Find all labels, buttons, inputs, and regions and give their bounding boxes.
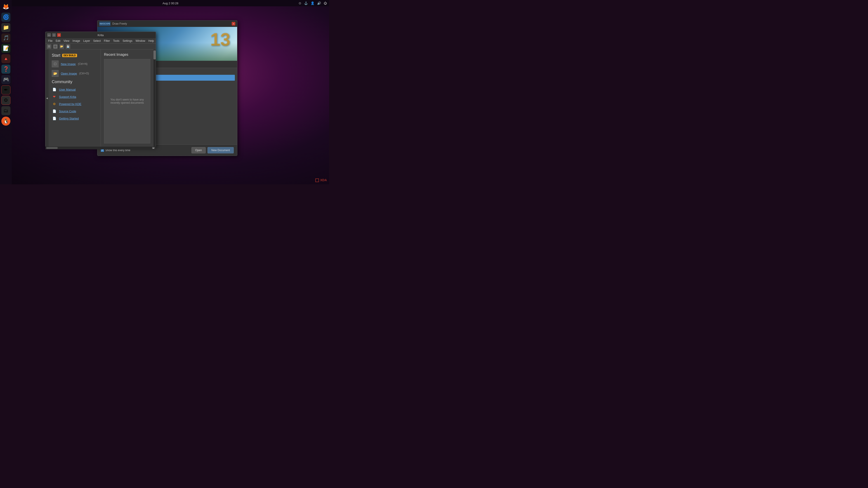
users-icon[interactable]: 👤 [311, 1, 314, 5]
taskbar-steam[interactable]: 🎮 [1, 75, 10, 84]
new-image-label[interactable]: New Image [61, 62, 76, 66]
menu-layer[interactable]: Layer [82, 39, 91, 43]
powered-kde-label[interactable]: Powered by KDE [59, 102, 81, 106]
krita-h-scrollbar-thumb[interactable] [46, 147, 58, 149]
recent-empty-message: You don't seem to have any recently open… [110, 98, 144, 104]
datetime-display: Aug 2 00:28 [162, 2, 178, 5]
taskbar-files2[interactable]: 🗂 [1, 106, 10, 115]
inkscape-open-btn[interactable]: Open [191, 147, 206, 153]
recent-images-title: Recent Images [104, 53, 150, 57]
getting-started-icon: 📄 [52, 116, 57, 121]
getting-started-link[interactable]: 📄 Getting Started [52, 116, 97, 121]
anchor-icon[interactable]: ⚓ [304, 1, 308, 5]
heart-icon: ❤ [52, 94, 57, 99]
krita-start-section: Start DEV BUILD □ New Image (Ctrl+N) 📂 O… [52, 53, 97, 77]
taskbar-inkscape[interactable]: ✒ [1, 86, 10, 94]
powered-by-kde-link[interactable]: ⚙ Powered by KDE [52, 101, 97, 106]
source-code-link[interactable]: 📄 Source Code [52, 109, 97, 113]
inkscape-buttons: Open New Document [191, 147, 234, 153]
taskbar-ubuntu[interactable]: 🐧 [1, 117, 10, 126]
support-krita-link[interactable]: ❤ Support Krita [52, 94, 97, 99]
krita-scrollbar[interactable] [153, 50, 156, 147]
taskbar-left: 🦊 🌀 📁 🎵 📝 🔺 ❓ 🎮 ✒ ⚙ 🗂 🐧 [0, 0, 12, 184]
inkscape-new-doc-btn[interactable]: New Document [208, 147, 234, 153]
open-image-shortcut: (Ctrl+O) [79, 72, 89, 75]
inkscape-titlebar: INKSCAPE Draw Freely ✕ [97, 21, 237, 27]
krita-window: — □ ✕ Krita File Edit View Image Layer S… [45, 32, 156, 147]
top-bar: Aug 2 00:28 ⊙ ⚓ 👤 🔊 ⏻ [12, 0, 329, 6]
inkscape-logo: INKSCAPE [99, 22, 111, 26]
recent-images-area: You don't seem to have any recently open… [104, 59, 150, 143]
volume-icon[interactable]: 🔊 [317, 1, 321, 5]
krita-recent-panel: Recent Images You don't seem to have any… [101, 50, 153, 147]
top-bar-icons: ⊙ ⚓ 👤 🔊 ⏻ [299, 1, 327, 5]
krita-start-panel: Start DEV BUILD □ New Image (Ctrl+N) 📂 O… [49, 50, 101, 147]
taskbar-firefox-dev[interactable]: 🌀 [1, 13, 10, 22]
inkscape-subtitle: Draw Freely [112, 22, 127, 25]
krita-toolbar: ☰ 📂 💾 [45, 43, 156, 50]
dev-build-badge: DEV BUILD [62, 54, 77, 57]
open-image-icon: 📂 [52, 70, 59, 77]
menu-image[interactable]: Image [71, 39, 81, 43]
menu-file[interactable]: File [47, 39, 54, 43]
taskbar-files[interactable]: 📁 [1, 23, 10, 32]
open-image-action[interactable]: 📂 Open Image (Ctrl+O) [52, 70, 97, 77]
kde-icon: ⚙ [52, 101, 57, 106]
power-icon[interactable]: ⏻ [324, 1, 327, 5]
krita-start-title: Start DEV BUILD [52, 53, 97, 58]
bluetooth-icon[interactable]: ⊙ [299, 1, 301, 5]
toolbar-icon-canvas[interactable] [53, 44, 58, 49]
taskbar-appimagelauncher[interactable]: 🔺 [1, 54, 10, 63]
menu-window[interactable]: Window [134, 39, 147, 43]
krita-scrollbar-thumb[interactable] [153, 51, 156, 59]
taskbar-libreoffice[interactable]: 📝 [1, 44, 10, 53]
krita-title: Krita [61, 33, 141, 37]
new-image-icon: □ [52, 61, 59, 67]
source-code-label[interactable]: Source Code [59, 109, 76, 113]
menu-settings[interactable]: Settings [121, 39, 133, 43]
krita-menubar: File Edit View Image Layer Select Filter… [45, 38, 156, 43]
community-title: Community [52, 79, 97, 84]
menu-filter[interactable]: Filter [103, 39, 112, 43]
source-code-icon: 📄 [52, 109, 57, 113]
krita-scroll-right-btn[interactable]: ▶ [152, 147, 155, 149]
toolbar-icon-save[interactable]: 💾 [66, 44, 70, 49]
inkscape-title-left: INKSCAPE Draw Freely [99, 22, 127, 26]
menu-help[interactable]: Help [147, 39, 155, 43]
taskbar-firefox[interactable]: 🦊 [1, 2, 10, 11]
inkscape-close-btn[interactable]: ✕ [232, 22, 235, 26]
user-manual-link[interactable]: 📄 User Manual [52, 87, 97, 92]
krita-left-panel-toggle[interactable]: ◀ [45, 50, 49, 147]
taskbar-help[interactable]: ❓ [1, 65, 10, 74]
user-manual-icon: 📄 [52, 87, 57, 92]
menu-select[interactable]: Select [92, 39, 102, 43]
taskbar-rhythmbox[interactable]: 🎵 [1, 33, 10, 42]
krita-h-scrollbar[interactable]: ▶ [45, 147, 156, 149]
krita-community-section: Community 📄 User Manual ❤ Support Krita … [52, 79, 97, 121]
krita-maximize-btn[interactable]: □ [52, 33, 56, 37]
new-image-shortcut: (Ctrl+N) [78, 62, 88, 66]
krita-titlebar: — □ ✕ Krita [45, 32, 156, 38]
krita-minimize-btn[interactable]: — [47, 33, 51, 37]
open-image-label[interactable]: Open Image [61, 72, 77, 75]
toolbar-icon-folder[interactable]: 📂 [59, 44, 64, 49]
menu-tools[interactable]: Tools [112, 39, 121, 43]
krita-close-btn[interactable]: ✕ [57, 33, 61, 37]
support-krita-label[interactable]: Support Krita [59, 95, 76, 98]
menu-view[interactable]: View [62, 39, 71, 43]
user-manual-label[interactable]: User Manual [59, 88, 76, 91]
new-image-action[interactable]: □ New Image (Ctrl+N) [52, 61, 97, 67]
taskbar-settings[interactable]: ⚙ [1, 96, 10, 105]
toolbar-icon-panel[interactable]: ☰ [47, 44, 51, 49]
xda-watermark: XDA [315, 178, 327, 182]
getting-started-label[interactable]: Getting Started [59, 117, 79, 120]
menu-edit[interactable]: Edit [54, 39, 62, 43]
